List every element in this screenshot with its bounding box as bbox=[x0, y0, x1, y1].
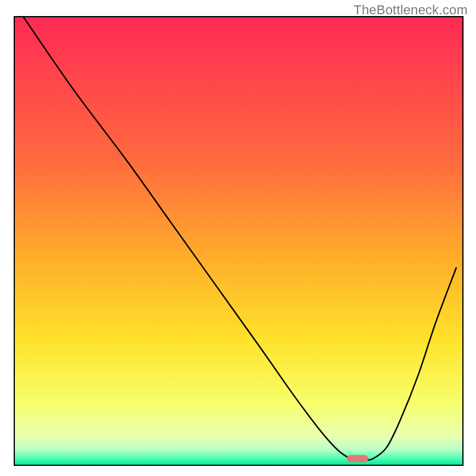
watermark-text: TheBottleneck.com bbox=[353, 2, 468, 18]
optimal-marker bbox=[347, 455, 368, 462]
plot-background bbox=[14, 17, 463, 465]
bottleneck-chart bbox=[0, 0, 476, 476]
chart-frame: TheBottleneck.com bbox=[0, 0, 476, 476]
